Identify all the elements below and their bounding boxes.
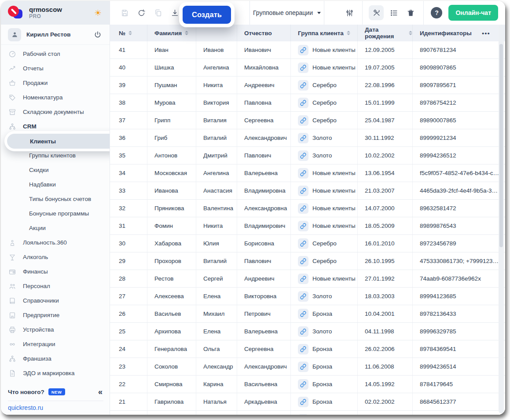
group-link-icon[interactable] bbox=[298, 238, 308, 249]
scrollbar-thumb[interactable] bbox=[499, 44, 503, 247]
table-row[interactable]: 22 Смирнова Карина Васильевна Бронза 14.… bbox=[110, 376, 505, 393]
group-link-icon[interactable] bbox=[298, 291, 308, 302]
sidebar-item-alcohol[interactable]: Алкоголь bbox=[1, 250, 110, 264]
sidebar-item-surcharges[interactable]: Надбавки bbox=[1, 177, 110, 192]
table-row[interactable]: 24 Генералова Ольга Сергеевна Бронза 26.… bbox=[110, 340, 505, 358]
sidebar-item-warehouse-docs[interactable]: Складские документы bbox=[1, 105, 110, 119]
help-button[interactable]: ? bbox=[431, 7, 442, 18]
sidebar-item-clients-selected[interactable]: Клиенты bbox=[7, 134, 110, 149]
sidebar-item-franchise[interactable]: Франшиза bbox=[1, 351, 110, 366]
trash-icon[interactable] bbox=[402, 1, 419, 25]
sidebar-item-bonus-account-types[interactable]: Типы бонусных счетов bbox=[1, 192, 110, 206]
group-link-icon[interactable] bbox=[298, 256, 308, 267]
sidebar-item-loyalty360[interactable]: Лояльность.360 bbox=[1, 235, 110, 250]
group-link-icon[interactable] bbox=[298, 186, 308, 196]
save-icon[interactable] bbox=[116, 1, 133, 25]
cell-identifiers: 89632581472 bbox=[412, 200, 505, 217]
column-header-identifiers[interactable]: Идентификаторы ••• bbox=[412, 25, 505, 41]
sliders-filter-icon[interactable] bbox=[341, 1, 358, 25]
sidebar-item-promotions[interactable]: Акции bbox=[1, 221, 110, 235]
online-chat-button[interactable]: Онлайн-чат bbox=[448, 5, 498, 21]
group-link-icon[interactable] bbox=[298, 379, 308, 390]
cell-lastname: Генералова bbox=[147, 340, 196, 358]
cell-lastname: Алексеева bbox=[147, 288, 196, 305]
sidebar-item-finance[interactable]: Финансы bbox=[1, 264, 110, 279]
column-header-group[interactable]: Группа клиента bbox=[290, 25, 357, 41]
group-link-icon[interactable] bbox=[298, 98, 308, 108]
group-link-icon[interactable] bbox=[298, 80, 308, 91]
user-row[interactable]: Кирилл Рестов bbox=[1, 25, 110, 45]
sidebar-item-nomenclature[interactable]: Номенклатура bbox=[1, 90, 110, 105]
table-row[interactable]: 33 Иванова Анастасия Владимировна Новые … bbox=[110, 182, 505, 200]
refresh-icon[interactable] bbox=[133, 1, 150, 25]
table-row[interactable]: 29 Прохоров Виталий Павлович Серебро 26.… bbox=[110, 252, 505, 270]
column-header-middlename[interactable]: Отчество bbox=[237, 25, 290, 41]
column-header-number[interactable]: № bbox=[110, 25, 147, 41]
franchise-sitemap-icon bbox=[8, 355, 17, 363]
group-link-icon[interactable] bbox=[298, 115, 308, 126]
sidebar-item-dashboard[interactable]: Рабочий стол bbox=[1, 47, 110, 61]
group-link-icon[interactable] bbox=[298, 62, 308, 73]
table-row[interactable]: 23 Соколов Александр Александрович Бронз… bbox=[110, 358, 505, 376]
sidebar-item-staff[interactable]: Персонал bbox=[1, 279, 110, 293]
table-row[interactable]: 34 Московская Ангелина Валерьевна Новые … bbox=[110, 164, 505, 182]
group-label: Новые клиенты bbox=[312, 170, 356, 176]
sidebar-item-bonus-programs[interactable]: Бонусные программы bbox=[1, 206, 110, 221]
table-row[interactable]: 28 Рестов Сергей Андреевич Новые клиенты… bbox=[110, 270, 505, 288]
group-link-icon[interactable] bbox=[298, 133, 308, 143]
cell-number: 27 bbox=[110, 288, 147, 305]
table-row[interactable]: 41 Иван Иванов Иванович Новые клиенты 12… bbox=[110, 41, 505, 59]
group-link-icon[interactable] bbox=[298, 203, 308, 214]
table-row[interactable]: 21 Гаврилова Наталья Аркадьевна Бронза 0… bbox=[110, 393, 505, 411]
group-link-icon[interactable] bbox=[298, 414, 308, 415]
group-link-icon[interactable] bbox=[298, 168, 308, 179]
cell-identifiers: 89996329785 bbox=[412, 323, 505, 340]
group-link-icon[interactable] bbox=[298, 344, 308, 354]
sidebar-item-directories[interactable]: Справочники bbox=[1, 293, 110, 308]
vertical-scrollbar[interactable] bbox=[499, 25, 504, 413]
create-button[interactable]: Создать bbox=[183, 6, 231, 24]
table-row[interactable]: 36 Гриб Виталий Александрович Золото 30.… bbox=[110, 129, 505, 147]
sidebar-item-sales[interactable]: Продажи bbox=[1, 76, 110, 90]
table-row[interactable]: 27 Алексеева Елена Викторовна Золото 18.… bbox=[110, 288, 505, 305]
table-row[interactable]: 40 Шишка Ангелина Михайловна Новые клиен… bbox=[110, 59, 505, 77]
cell-group: Серебро bbox=[290, 77, 357, 94]
table-row[interactable]: 32 Пряникова Валентина Александровна Нов… bbox=[110, 200, 505, 217]
sidebar-item-enterprise[interactable]: Предприятие bbox=[1, 308, 110, 322]
table-row[interactable]: 37 Грипп Виталия Сергеевна Серебро 25.04… bbox=[110, 112, 505, 129]
sidebar-item-reports[interactable]: Отчеты bbox=[1, 61, 110, 76]
whats-new-link[interactable]: Что нового? NEW « bbox=[8, 386, 103, 398]
group-link-icon[interactable] bbox=[298, 221, 308, 231]
sidebar-item-edo[interactable]: ЭДО и маркировка bbox=[1, 366, 110, 380]
group-link-icon[interactable] bbox=[298, 274, 308, 284]
group-link-icon[interactable] bbox=[298, 45, 308, 55]
table-row[interactable]: 31 Фомин Никита Владимирович Новые клиен… bbox=[110, 217, 505, 235]
table-row[interactable]: 30 Хабарова Юлия Борисовна Серебро 16.01… bbox=[110, 235, 505, 252]
logout-power-icon[interactable] bbox=[94, 31, 102, 39]
column-header-birthdate[interactable]: Дата рождения bbox=[357, 25, 412, 41]
cell-lastname: Соколов bbox=[147, 358, 196, 375]
table-row[interactable]: 25 Архипова Елена Валерьевна Золото 04.1… bbox=[110, 323, 505, 340]
group-operations-button[interactable]: Групповые операции bbox=[249, 1, 324, 25]
sidebar-item-integrations[interactable]: Интеграции bbox=[1, 337, 110, 351]
table-row[interactable]: 39 Пушман Никита Андреевич Серебро 22.08… bbox=[110, 77, 505, 94]
quickresto-link[interactable]: quickresto.ru bbox=[8, 404, 103, 411]
cell-middlename: Михайловна bbox=[237, 59, 290, 76]
copy-icon[interactable] bbox=[150, 1, 166, 25]
group-link-icon[interactable] bbox=[298, 397, 308, 407]
group-link-icon[interactable] bbox=[298, 326, 308, 337]
sidebar-item-devices[interactable]: Устройства bbox=[1, 322, 110, 337]
sidebar-item-discounts[interactable]: Скидки bbox=[1, 163, 110, 177]
table-row[interactable]: 35 Антонов Дмитрий Павлович Золото 10.02… bbox=[110, 147, 505, 164]
tools-icon[interactable] bbox=[369, 5, 384, 20]
group-link-icon[interactable] bbox=[298, 362, 308, 372]
group-link-icon[interactable] bbox=[298, 309, 308, 319]
table-row[interactable]: 38 Мурова Виктория Павловна Серебро 15.0… bbox=[110, 94, 505, 112]
table-row[interactable] bbox=[110, 411, 505, 415]
group-link-icon[interactable] bbox=[298, 150, 308, 161]
theme-toggle-sun-icon[interactable]: ☀ bbox=[94, 9, 102, 17]
list-view-icon[interactable] bbox=[385, 1, 402, 25]
infinity-icon bbox=[8, 340, 17, 348]
table-row[interactable]: 26 Васильев Михаил Петрович Бронза 10.04… bbox=[110, 305, 505, 323]
collapse-sidebar-icon[interactable]: « bbox=[98, 387, 103, 397]
